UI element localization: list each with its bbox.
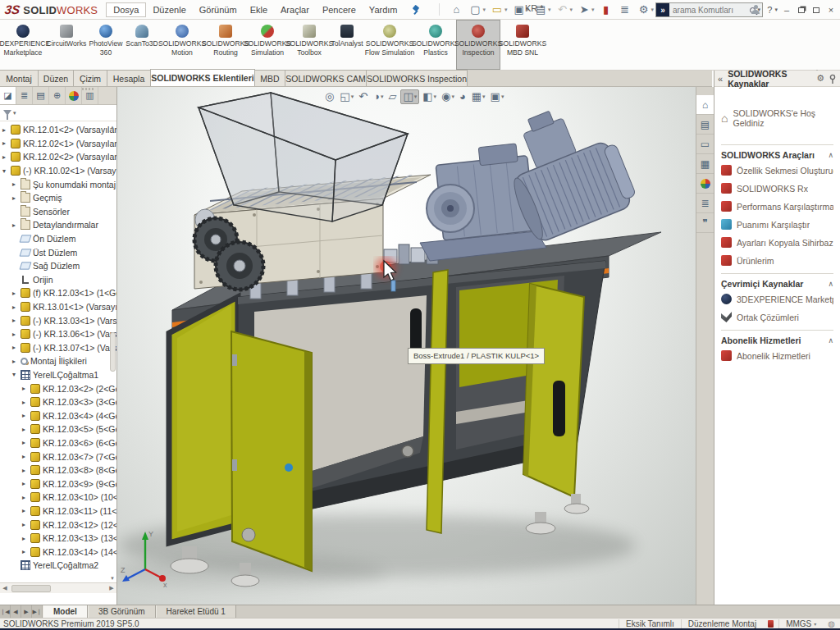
expander-icon[interactable]: ▸ bbox=[12, 180, 20, 188]
user-account-icon[interactable] bbox=[751, 5, 760, 15]
task-pane-tab[interactable]: ▭ bbox=[696, 135, 714, 154]
tree-item[interactable]: ▸ KR.12.03<10> (10<( bbox=[0, 491, 116, 504]
featuremanager-tab[interactable]: ⊕ bbox=[49, 87, 66, 104]
tree-item[interactable]: ▸ KR.12.03<14> (14<( bbox=[0, 545, 116, 559]
addin-button[interactable]: SOLIDWORKS Flow Simulation bbox=[364, 20, 415, 70]
panel-splitter-handle[interactable] bbox=[82, 88, 94, 90]
featuremanager-tab[interactable] bbox=[66, 87, 82, 104]
commandmanager-tab[interactable]: SOLIDWORKS Eklentileri bbox=[150, 69, 255, 86]
featuremanager-tab[interactable]: ▤ bbox=[33, 87, 49, 104]
commandmanager-tab[interactable]: Çizim bbox=[73, 70, 107, 86]
commandmanager-tab[interactable]: SOLIDWORKS CAM bbox=[285, 70, 367, 86]
restore-button[interactable] bbox=[795, 4, 808, 16]
cabinet-right-door[interactable] bbox=[523, 284, 584, 497]
expander-icon[interactable]: ▸ bbox=[12, 344, 20, 351]
hud-button[interactable]: ▦ ▾ bbox=[470, 90, 487, 103]
collapse-pane-button[interactable]: « bbox=[718, 74, 723, 84]
addin-button[interactable]: ScanTo3D bbox=[125, 20, 159, 70]
close-button[interactable]: × bbox=[824, 4, 838, 16]
tree-item[interactable]: ▸ KR.12.03<13> (13<( bbox=[0, 532, 116, 546]
expander-icon[interactable]: ▸ bbox=[22, 439, 30, 446]
graphics-viewport[interactable]: ◎ ◱ ▾ ↶ ◑ ▾ ▱ bbox=[117, 87, 696, 605]
expander-icon[interactable]: ▸ bbox=[22, 412, 30, 419]
expander-icon[interactable]: ▸ bbox=[22, 385, 30, 392]
model-tab[interactable]: Hareket Etüdü 1 bbox=[156, 605, 236, 618]
tree-item[interactable]: Ön Düzlem bbox=[0, 232, 116, 246]
welcome-link[interactable]: ⌂ SOLIDWORKS'e Hoş Geldiniz bbox=[721, 108, 833, 128]
tree-item[interactable]: ▸ Şu konumdaki montaj ili bbox=[0, 177, 116, 191]
quick-access-button[interactable]: ▭ ▾ bbox=[491, 3, 508, 16]
task-pane-link[interactable]: SOLIDWORKS Rx bbox=[721, 183, 833, 194]
addin-button[interactable]: SOLIDWORKS Motion bbox=[159, 20, 205, 70]
menu-item[interactable]: Yardım bbox=[363, 3, 404, 16]
scrollbar-thumb[interactable] bbox=[110, 332, 116, 372]
tree-item[interactable]: ▸ KR.12.02<1> (Varsayılan<< bbox=[0, 137, 116, 151]
addin-button[interactable]: CircuitWorks bbox=[46, 20, 87, 70]
hud-button[interactable]: ▣ ▾ bbox=[489, 90, 506, 103]
tree-item[interactable]: Üst Düzlem bbox=[0, 245, 116, 259]
addin-button[interactable]: SOLIDWORKS Simulation bbox=[246, 20, 289, 70]
expander-icon[interactable]: ▸ bbox=[22, 548, 30, 555]
expander-icon[interactable]: ▸ bbox=[12, 317, 20, 324]
hud-button[interactable]: ▱ bbox=[386, 90, 399, 103]
scrollbar-thumb[interactable] bbox=[11, 585, 51, 592]
hud-button[interactable]: ◧ ▾ bbox=[421, 90, 438, 103]
expander-icon[interactable]: ▸ bbox=[22, 426, 30, 433]
task-pane-link[interactable]: Ortak Çözümleri bbox=[721, 312, 833, 322]
task-pane-link[interactable]: Özellik Sekmesi Oluşturucu bbox=[721, 165, 833, 176]
tree-item[interactable]: ▸ KR.12.02<2> (Varsayılan<< bbox=[0, 150, 116, 164]
hud-button[interactable]: ◑ ▾ bbox=[372, 90, 385, 103]
quick-access-button[interactable]: ➤ ▾ bbox=[578, 3, 595, 16]
expander-icon[interactable]: ▸ bbox=[22, 453, 30, 460]
tree-item[interactable]: ▸ KR.12.03<9> (9<Go bbox=[0, 477, 116, 491]
expander-icon[interactable]: ▸ bbox=[12, 290, 20, 297]
expander-icon[interactable]: ▸ bbox=[12, 358, 20, 365]
chevron-down-icon[interactable]: ▾ bbox=[13, 110, 16, 116]
quick-access-button[interactable]: ⌂ bbox=[450, 3, 464, 16]
addin-button[interactable]: SOLIDWORKS Inspection bbox=[456, 20, 500, 70]
quick-access-button[interactable]: ▮ bbox=[600, 3, 614, 16]
commandmanager-tab[interactable]: SOLIDWORKS Inspection bbox=[366, 70, 468, 86]
hud-button[interactable]: ◉ ▾ bbox=[440, 90, 456, 103]
scroll-right-arrow[interactable]: ▶ bbox=[107, 585, 116, 591]
expander-icon[interactable]: ▸ bbox=[22, 480, 30, 487]
commandmanager-tab[interactable]: Düzen bbox=[38, 70, 74, 86]
door-lock-icon[interactable] bbox=[285, 463, 293, 472]
tree-item[interactable]: ▸ (-) KR.13.06<1> (Varsay bbox=[0, 327, 116, 341]
expander-icon[interactable]: ▸ bbox=[2, 139, 10, 147]
model-3d-view[interactable] bbox=[117, 87, 696, 605]
tree-item[interactable]: ▸ KR.12.03<3> (3<Go bbox=[0, 395, 116, 409]
task-pane-tab[interactable] bbox=[696, 174, 714, 194]
expander-icon[interactable]: ▸ bbox=[22, 535, 30, 542]
tree-horizontal-scrollbar[interactable]: ◀ ▶ bbox=[0, 582, 116, 593]
menu-item[interactable]: Araçlar bbox=[274, 3, 316, 16]
door-handle[interactable] bbox=[553, 381, 565, 436]
addin-button[interactable]: SOLIDWORKS Toolbox bbox=[289, 20, 330, 70]
addin-button[interactable]: SOLIDWORKS MBD SNL bbox=[500, 20, 545, 70]
tree-item[interactable]: ▸ Geçmiş bbox=[0, 191, 116, 205]
commandmanager-tab[interactable]: Hesapla bbox=[107, 70, 151, 86]
featuremanager-tab[interactable]: ≣ bbox=[16, 87, 33, 104]
task-pane-link[interactable]: Ürünlerim bbox=[721, 255, 833, 266]
tree-item[interactable]: ▸ KR.12.03<5> (5<Go bbox=[0, 422, 116, 436]
menu-item[interactable]: Pencere bbox=[316, 3, 363, 16]
scroll-left-arrow[interactable]: ◀ bbox=[0, 585, 10, 591]
filter-icon[interactable] bbox=[3, 110, 11, 116]
tree-item[interactable]: Orijin bbox=[0, 273, 116, 287]
task-pane-link[interactable]: 3DEXPERIENCE Marketplace bbox=[721, 294, 833, 304]
expander-icon[interactable]: ▸ bbox=[12, 331, 20, 338]
tree-item[interactable]: ▸ Detaylandırmalar bbox=[0, 218, 116, 232]
tree-item[interactable]: ▸ KR.13.01<1> (Varsayılan bbox=[0, 300, 116, 314]
expander-icon[interactable]: ▸ bbox=[22, 399, 30, 406]
task-pane-link[interactable]: Puanımı Karşılaştır bbox=[721, 219, 833, 230]
section-header-subscription[interactable]: Abonelik Hizmetleri ∧ bbox=[721, 336, 833, 345]
task-pane-link[interactable]: Performans Karşılaştırma Testi bbox=[721, 201, 833, 212]
addin-button[interactable]: SOLIDWORKS Routing bbox=[205, 20, 246, 70]
tree-item[interactable]: ▸ (-) KR.13.03<1> (Varsay bbox=[0, 313, 116, 327]
featuremanager-tab[interactable]: ◪ bbox=[0, 87, 16, 104]
tree-item[interactable]: YerelLÇoğaltma2 bbox=[0, 559, 116, 573]
expander-icon[interactable]: ▸ bbox=[22, 494, 30, 501]
chevron-down-icon[interactable]: ▾ bbox=[774, 7, 778, 13]
hud-button[interactable]: ↶ bbox=[357, 90, 370, 103]
tree-item[interactable]: ▸ KR.12.03<7> (7<Go bbox=[0, 450, 116, 463]
